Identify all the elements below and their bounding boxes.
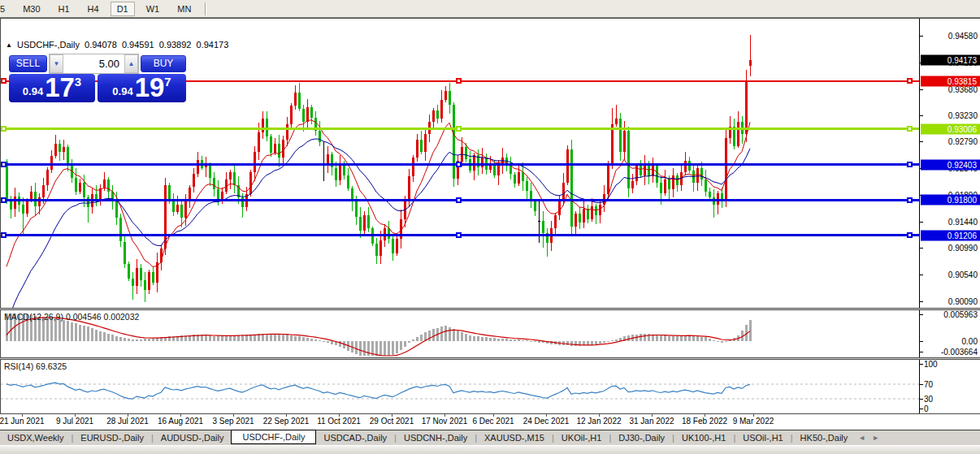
buy-price-sup: 7: [164, 75, 171, 89]
sell-price-panel[interactable]: 0.94 17 3: [9, 74, 95, 102]
axis-tick-mark: [920, 314, 923, 315]
axis-tick-label: 0.90090: [948, 296, 978, 305]
timeframe-button-d1[interactable]: D1: [111, 2, 135, 16]
macd-label: MACD(12,26,9) 0.004546 0.002032: [4, 312, 139, 322]
price-badge: 0.93815: [921, 76, 980, 86]
chart-tab-usdcad-daily[interactable]: USDCAD-,Daily: [316, 431, 394, 444]
chart-tab-uk100-h1[interactable]: UK100-,H1: [674, 431, 733, 444]
chart-tab-eurusd-daily[interactable]: EURUSD-,Daily: [73, 431, 151, 444]
axis-tick-mark: [920, 384, 923, 385]
rsi-label: RSI(14) 69.6325: [4, 361, 67, 371]
chart-tab-hk50-daily[interactable]: HK50-,Daily: [793, 431, 856, 444]
collapse-triangle-icon[interactable]: ▲: [6, 41, 12, 49]
axis-tick-label: 0.91440: [948, 217, 978, 226]
axis-tick-mark: [920, 36, 923, 37]
timeframe-toolbar: 5M30H1H4D1W1MN: [0, 0, 980, 18]
rsi-plot[interactable]: [1, 360, 919, 413]
axis-tick-label: 0.90990: [948, 244, 978, 253]
toolbar-separator: [205, 2, 206, 15]
price-badge: 0.94173: [921, 54, 980, 65]
macd-axis[interactable]: 0.0059630.00-0.003664: [919, 310, 980, 357]
price-badge: 0.91800: [921, 195, 980, 205]
price-axis[interactable]: 0.945800.941300.936800.932300.927900.923…: [919, 19, 980, 308]
date-label: 9 Mar 2022: [725, 417, 782, 426]
axis-tick-mark: [920, 115, 923, 116]
date-axis[interactable]: 21 Jun 20219 Jul 202128 Jul 202116 Aug 2…: [0, 413, 980, 430]
sell-price-big: 17: [45, 76, 75, 100]
rsi-axis[interactable]: 10070300: [919, 360, 980, 413]
date-label: 24 Dec 2021: [518, 417, 575, 426]
quote-open: 0.94078: [85, 40, 117, 50]
buy-price-prefix: 0.94: [112, 85, 132, 97]
quote-high: 0.94591: [122, 40, 154, 50]
chart-tab-dj30-daily[interactable]: DJ30-,Daily: [611, 431, 672, 444]
axis-tick-mark: [920, 141, 923, 142]
quote-low: 0.93892: [159, 40, 192, 50]
volume-decrease-button[interactable]: ▼: [50, 54, 63, 73]
volume-spinner: ▼ ▲: [49, 54, 139, 74]
date-label: 21 Jun 2021: [0, 417, 50, 426]
buy-price-big: 19: [135, 76, 165, 100]
date-label: 11 Oct 2021: [310, 417, 367, 426]
sell-price-prefix: 0.94: [23, 85, 43, 97]
date-label: 22 Sep 2021: [258, 417, 314, 426]
axis-tick-mark: [920, 222, 923, 223]
timeframe-button-h1[interactable]: H1: [52, 2, 76, 16]
macd-panel: 0.0059630.00-0.003664 MACD(12,26,9) 0.00…: [0, 310, 980, 357]
axis-tick-label: 100: [924, 360, 938, 369]
chart-tab-usdx-weekly[interactable]: USDX,Weekly: [0, 431, 71, 444]
buy-price-panel[interactable]: 0.94 19 7: [98, 74, 186, 102]
price-badge: 0.92403: [921, 159, 980, 170]
axis-tick-label: 30: [924, 395, 933, 404]
axis-tick-mark: [920, 89, 923, 90]
chart-tab-ukoil-h1[interactable]: UKOil-,H1: [554, 431, 609, 444]
date-label: 6 Dec 2021: [465, 417, 522, 426]
timeframe-button-mn[interactable]: MN: [171, 2, 197, 16]
status-bar: [0, 445, 980, 454]
trading-terminal-window: 5M30H1H4D1W1MN 0.945800.941300.936800.93…: [0, 0, 980, 454]
tab-scroll-left-button[interactable]: ◄: [858, 434, 865, 442]
axis-tick-label: 0.93230: [948, 111, 978, 120]
timeframe-button-w1[interactable]: W1: [140, 2, 167, 16]
one-click-trading-widget: SELL ▼ ▲ BUY 0.94 17 3 0.94 19 7: [9, 55, 186, 102]
axis-tick-label: 0.005963: [943, 310, 978, 319]
axis-tick-label: 0.92790: [948, 137, 978, 146]
chart-quote-line: ▲ USDCHF-,Daily 0.94078 0.94591 0.93892 …: [6, 40, 231, 50]
chart-symbol-label: USDCHF-,Daily: [17, 40, 80, 50]
axis-tick-label: 0.00: [962, 337, 978, 346]
date-label: 31 Jan 2022: [623, 417, 680, 426]
date-label: 9 Jul 2021: [46, 417, 103, 426]
rsi-panel: 10070300 RSI(14) 69.6325: [0, 360, 980, 413]
timeframe-button-h4[interactable]: H4: [81, 2, 106, 16]
chart-tab-xauusd-m15[interactable]: XAUUSD-,M15: [477, 431, 552, 444]
sell-price-sup: 3: [75, 75, 81, 89]
volume-input[interactable]: [63, 54, 124, 73]
date-label: 16 Aug 2021: [152, 417, 209, 426]
axis-tick-mark: [920, 275, 923, 275]
date-label: 12 Jan 2022: [570, 417, 627, 426]
timeframe-button-5[interactable]: 5: [0, 2, 11, 16]
price-badge: 0.93006: [921, 123, 980, 134]
axis-tick-label: -0.003664: [941, 348, 978, 357]
sell-button[interactable]: SELL: [9, 55, 47, 72]
chart-tab-usoil-h1[interactable]: USOil-,H1: [735, 431, 791, 444]
chart-tab-usdcnh-daily[interactable]: USDCNH-,Daily: [397, 431, 475, 444]
axis-tick-label: 0.90540: [948, 270, 978, 279]
axis-tick-mark: [920, 301, 923, 302]
axis-tick-mark: [920, 352, 923, 352]
price-badge: 0.91206: [921, 230, 980, 240]
timeframe-button-m30[interactable]: M30: [16, 2, 46, 16]
date-label: 29 Oct 2021: [363, 417, 420, 426]
price-chart-panel: 0.945800.941300.936800.932300.927900.923…: [0, 18, 980, 308]
chart-tab-audusd-daily[interactable]: AUDUSD-,Daily: [154, 431, 232, 444]
axis-tick-label: 70: [924, 380, 933, 389]
axis-tick-mark: [920, 341, 923, 342]
axis-tick-mark: [920, 409, 923, 409]
symbol-tab-bar: USDX,Weekly|EURUSD-,Daily|AUDUSD-,DailyU…: [0, 430, 980, 445]
tab-scroll-right-button[interactable]: ►: [872, 434, 879, 442]
axis-tick-mark: [920, 248, 923, 249]
chart-tab-usdchf-daily[interactable]: USDCHF-,Daily: [231, 430, 316, 444]
quote-close: 0.94173: [197, 40, 229, 50]
volume-increase-button[interactable]: ▲: [124, 54, 138, 73]
buy-button[interactable]: BUY: [141, 55, 186, 72]
